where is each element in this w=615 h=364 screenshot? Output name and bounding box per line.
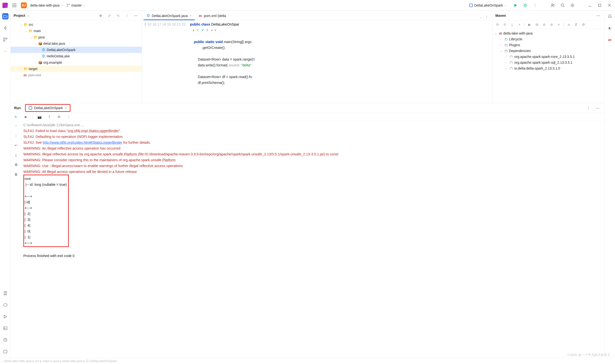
stop-icon[interactable]: ■ [22, 114, 29, 120]
maven-tree[interactable]: ⌄mdetla-lake-with-java ›🗀Lifecycle ›🗀Plu… [492, 29, 604, 73]
skip-tests-icon[interactable]: ⊘ [549, 22, 554, 27]
pane-options-icon[interactable]: ⋮ [124, 13, 130, 19]
run-tool-icon[interactable] [2, 313, 9, 320]
up-stack-icon[interactable]: ↑ [13, 123, 19, 129]
collapse-all-icon[interactable]: ⤡ [115, 13, 121, 19]
add-icon[interactable]: ＋ [517, 22, 522, 27]
more-run-icon[interactable]: ⋮ [532, 2, 538, 9]
console-output[interactable]: C:\software\Java\jdk-11\bin\java.exe ...… [21, 121, 604, 358]
hide-maven-icon[interactable]: — [595, 13, 601, 19]
commit-tool-icon[interactable] [2, 25, 9, 31]
title-bar: DJ detla-lake-with-java⌄ master⌄ DetlaLa… [0, 0, 615, 11]
todo-tool-icon[interactable] [2, 290, 9, 296]
locate-file-icon[interactable]: ⊕ [98, 13, 104, 19]
rerun-icon[interactable]: ↻ [13, 114, 19, 120]
svg-rect-14 [4, 350, 7, 353]
layout-icon[interactable]: ⧉ [56, 114, 62, 120]
project-pane: Project⌄ ⊕ ⤢ ⤡ ⋮ — ⌄📁src ⌄📁main ⌄📁java ⌄… [11, 11, 142, 103]
intellij-logo-icon [2, 3, 8, 8]
window-maximize-icon[interactable] [597, 2, 603, 9]
run-tool-window: Run DetlaLakeOnSpark× ⋮— ↻ ■ | 📷 ⭱ ⧉ ⋮ ↑… [11, 103, 604, 358]
maven-stripe-icon[interactable]: m [607, 37, 613, 43]
window-minimize-icon[interactable] [587, 2, 593, 9]
structure-tool-icon[interactable] [2, 37, 9, 43]
terminal-tool-icon[interactable] [2, 325, 9, 331]
watermark: CSDN @一个平凡的IT农民工 [568, 353, 611, 357]
run-tab[interactable]: DetlaLakeOnSpark× [25, 104, 70, 112]
svg-point-1 [67, 6, 68, 7]
svg-rect-11 [4, 40, 5, 41]
down-stack-icon[interactable]: ↓ [13, 132, 19, 139]
close-run-icon[interactable]: × [556, 22, 562, 27]
svg-rect-7 [599, 4, 601, 7]
run-button-icon[interactable] [512, 2, 519, 9]
download-icon[interactable]: ⭳ [510, 22, 515, 27]
search-everywhere-icon[interactable] [560, 2, 566, 9]
notifications-icon[interactable] [607, 13, 613, 19]
print-icon[interactable]: 🖶 [13, 161, 19, 168]
svg-point-8 [4, 27, 6, 29]
expand-all-icon[interactable]: ⤢ [106, 13, 113, 19]
run-options-icon[interactable]: ⋮ [585, 105, 592, 111]
project-badge: DJ [21, 2, 27, 8]
svg-point-2 [69, 4, 70, 5]
problems-tool-icon[interactable] [2, 337, 9, 343]
run-side-toolbar: ↑ ↓ ↩ ⭳ 🖶 🗑 [11, 121, 21, 358]
project-title: Project [14, 14, 25, 17]
camera-icon[interactable]: 📷 [37, 114, 43, 120]
editor-tabs: ⒸDetlaLakeOnSpark.java× mpom.xml (detla … [142, 11, 492, 20]
project-name-crumb[interactable]: detla-lake-with-java⌄ [30, 3, 63, 7]
close-icon[interactable]: × [65, 106, 67, 110]
hide-run-icon[interactable]: — [595, 105, 601, 111]
editor-tab-pom[interactable]: mpom.xml (detla [195, 12, 229, 20]
svg-point-0 [67, 4, 68, 5]
branch-icon [67, 4, 70, 7]
export-icon[interactable]: ⭱ [46, 114, 52, 120]
maven-settings-icon[interactable]: ⚙ [581, 22, 586, 27]
breadcrumb-path[interactable]: ▫ detla-lake-with-java ▸ src ▸ main ▸ ja… [2, 359, 117, 363]
show-deps-icon[interactable]: ⧈ [566, 22, 572, 27]
tab-overflow-icon[interactable]: ⌄ [479, 15, 482, 19]
ai-assistant-icon[interactable]: ◐ [607, 25, 613, 31]
clear-icon[interactable]: 🗑 [13, 171, 19, 178]
git-tool-icon[interactable] [2, 349, 9, 355]
main-menu-icon[interactable] [11, 2, 17, 9]
toggle-offline-icon[interactable]: ⊘ [542, 22, 547, 27]
scroll-end-icon[interactable]: ⭳ [13, 152, 19, 158]
reload-icon[interactable]: ⟳ [495, 22, 500, 27]
generate-icon[interactable]: ⎘ [502, 22, 508, 27]
editor-tab-java[interactable]: ⒸDetlaLakeOnSpark.java× [144, 12, 195, 20]
soft-wrap-icon[interactable]: ↩ [13, 142, 19, 148]
run-toolbar: ↻ ■ | 📷 ⭱ ⧉ ⋮ [11, 113, 604, 121]
run-maven-icon[interactable]: ▶ [527, 22, 532, 27]
project-tree[interactable]: ⌄📁src ⌄📁main ⌄📁java ⌄📦detal.lake.java ⒸD… [11, 20, 142, 79]
maven-title: Maven [495, 14, 506, 17]
exec-icon[interactable]: ⧉ [534, 22, 540, 27]
more-icon[interactable]: ⋮ [66, 114, 72, 120]
run-config-selector[interactable]: DetlaLakeOnSpark⌄ [467, 2, 509, 8]
more-tools-icon[interactable]: ⋯ [2, 48, 9, 54]
window-close-icon[interactable] [606, 2, 613, 9]
git-branch-crumb[interactable]: master⌄ [67, 3, 86, 7]
right-tool-stripe: ◐ m [604, 11, 615, 358]
left-tool-stripe: ⋯ [0, 11, 11, 358]
maven-pane: Maven — ⟳ ⎘ ⭳ ＋ | ▶ ⧉ ⊘ ⊘ × | ⧈ ⇵ [492, 11, 604, 103]
services-tool-icon[interactable] [2, 302, 9, 308]
maven-toolbar: ⟳ ⎘ ⭳ ＋ | ▶ ⧉ ⊘ ⊘ × | ⧈ ⇵ ⚙ [492, 20, 604, 29]
svg-point-5 [561, 4, 564, 6]
code-editor[interactable]: 8 10 16 17 18 19 20 21 22 public class D… [142, 20, 492, 103]
code-with-me-icon[interactable] [550, 2, 556, 9]
svg-rect-10 [6, 38, 7, 39]
run-title: Run [14, 106, 21, 110]
svg-point-6 [572, 5, 573, 6]
hide-pane-icon[interactable]: — [132, 13, 139, 19]
collapse-icon[interactable]: ⇵ [573, 22, 579, 27]
project-tool-icon[interactable] [2, 13, 9, 19]
close-icon[interactable]: × [190, 14, 192, 17]
tree-node-selected: ⒸDetlaLakeOnSpark [11, 47, 142, 53]
settings-icon[interactable] [569, 2, 576, 9]
debug-button-icon[interactable] [522, 2, 528, 9]
svg-point-3 [524, 4, 526, 6]
editor-options-icon[interactable]: ⋮ [484, 14, 490, 20]
status-bar: ▫ detla-lake-with-java ▸ src ▸ main ▸ ja… [0, 358, 615, 364]
